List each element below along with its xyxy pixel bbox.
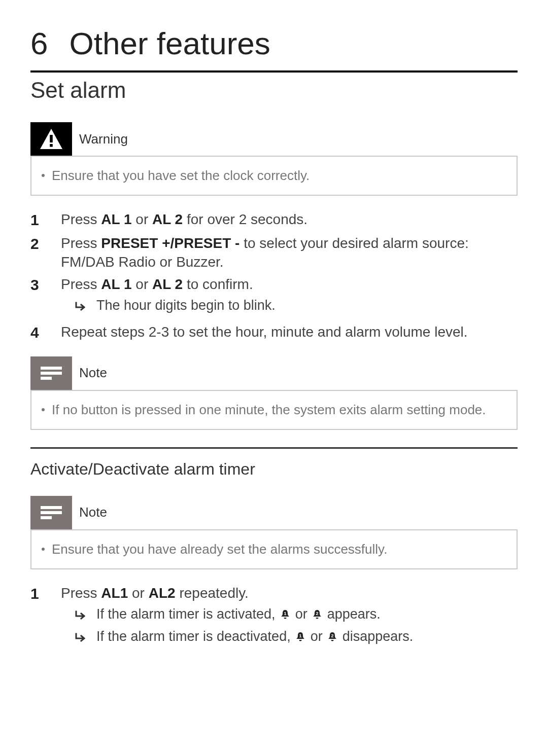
note-label: Note	[72, 356, 107, 390]
steps-set-alarm: 1 Press AL 1 or AL 2 for over 2 seconds.…	[30, 210, 518, 343]
step-3: 3 Press AL 1 or AL 2 to confirm. The hou…	[30, 275, 518, 317]
svg-text:2: 2	[316, 611, 319, 616]
note-icon	[30, 356, 72, 390]
result-text: If the alarm timer is activated,	[96, 606, 279, 622]
section-title-set-alarm: Set alarm	[30, 78, 518, 103]
step-text: Press	[61, 235, 101, 251]
step-text: Press	[61, 585, 101, 601]
svg-rect-7	[41, 511, 62, 514]
step-result-text: If the alarm timer is deactivated, 1 or …	[96, 627, 413, 647]
note-icon	[30, 496, 72, 529]
svg-rect-2	[50, 144, 53, 147]
result-text: or	[291, 606, 311, 622]
svg-rect-6	[41, 506, 62, 509]
note-callout-2: Note Ensure that you have already set th…	[30, 496, 518, 569]
warning-body-text: Ensure that you have set the clock corre…	[52, 168, 310, 184]
warning-icon	[30, 122, 72, 156]
step-bold: PRESET +/PRESET -	[101, 235, 239, 251]
step-4: 4 Repeat steps 2-3 to set the hour, minu…	[30, 322, 518, 343]
step-result: If the alarm timer is activated, 1 or 2 …	[75, 605, 518, 625]
step-text: or	[132, 276, 152, 292]
warning-callout: Warning Ensure that you have set the clo…	[30, 122, 518, 196]
svg-rect-4	[41, 372, 62, 375]
warning-label: Warning	[72, 122, 128, 156]
alarm-2-icon: 2	[312, 606, 322, 625]
step-text: or	[128, 585, 148, 601]
step-result: The hour digits begin to blink.	[75, 296, 518, 316]
step-number: 2	[30, 234, 42, 272]
step-text: to confirm.	[183, 276, 253, 292]
result-arrow-icon	[75, 629, 87, 647]
note-label: Note	[72, 496, 107, 529]
divider-thin	[30, 447, 518, 449]
alarm-1-icon: 1	[280, 606, 290, 625]
step-result-text: If the alarm timer is activated, 1 or 2 …	[96, 605, 381, 625]
svg-text:1: 1	[284, 611, 287, 616]
result-arrow-icon	[75, 607, 87, 625]
step-body: Press AL 1 or AL 2 to confirm. The hour …	[61, 275, 518, 317]
warning-head: Warning	[30, 122, 518, 156]
step-bold: AL 1	[101, 211, 131, 227]
step-text: Press	[61, 211, 101, 227]
step-number: 1	[30, 210, 42, 231]
result-text: If the alarm timer is deactivated,	[96, 629, 294, 644]
bullet-icon	[42, 174, 45, 177]
steps-activate: 1 Press AL1 or AL2 repeatedly. If the al…	[30, 584, 518, 649]
step-number: 4	[30, 322, 42, 343]
step-body: Press AL1 or AL2 repeatedly. If the alar…	[61, 584, 518, 649]
svg-text:2: 2	[331, 633, 334, 638]
divider-thick	[30, 70, 518, 73]
result-text: appears.	[323, 606, 381, 622]
step-bold: AL2	[149, 585, 176, 601]
step-result: If the alarm timer is deactivated, 1 or …	[75, 627, 518, 647]
step-body: Repeat steps 2-3 to set the hour, minute…	[61, 322, 518, 343]
alarm-1-icon: 1	[295, 629, 305, 647]
result-text: disappears.	[338, 629, 413, 644]
svg-text:1: 1	[299, 633, 302, 638]
step-text: Press	[61, 276, 101, 292]
result-arrow-icon	[75, 298, 87, 316]
alarm-2-icon: 2	[327, 629, 337, 647]
note-head: Note	[30, 356, 518, 390]
step-number: 3	[30, 275, 42, 317]
svg-rect-1	[50, 135, 53, 142]
note-body-text: If no button is pressed in one minute, t…	[52, 402, 486, 418]
note-callout-1: Note If no button is pressed in one minu…	[30, 356, 518, 430]
step-bold: AL 2	[152, 211, 183, 227]
step-1: 1 Press AL1 or AL2 repeatedly. If the al…	[30, 584, 518, 649]
bullet-icon	[42, 408, 45, 411]
note-body: Ensure that you have already set the ala…	[30, 529, 518, 569]
step-body: Press AL 1 or AL 2 for over 2 seconds.	[61, 210, 518, 231]
step-bold: AL 1	[101, 276, 131, 292]
step-1: 1 Press AL 1 or AL 2 for over 2 seconds.	[30, 210, 518, 231]
warning-body: Ensure that you have set the clock corre…	[30, 156, 518, 196]
step-bold: AL 2	[152, 276, 183, 292]
step-number: 1	[30, 584, 42, 649]
step-text: repeatedly.	[176, 585, 249, 601]
bullet-icon	[42, 548, 45, 551]
chapter-header: 6 Other features	[30, 25, 518, 61]
svg-rect-5	[41, 377, 52, 380]
result-text: or	[306, 629, 326, 644]
note-head: Note	[30, 496, 518, 529]
step-2: 2 Press PRESET +/PRESET - to select your…	[30, 234, 518, 272]
chapter-title: Other features	[69, 25, 270, 61]
step-bold: AL1	[101, 585, 128, 601]
step-text: or	[132, 211, 152, 227]
step-text: for over 2 seconds.	[183, 211, 307, 227]
svg-rect-3	[41, 367, 62, 370]
subsection-title-activate: Activate/Deactivate alarm timer	[30, 460, 518, 479]
svg-rect-8	[41, 516, 52, 519]
note-body: If no button is pressed in one minute, t…	[30, 390, 518, 430]
step-result-text: The hour digits begin to blink.	[96, 296, 276, 314]
chapter-number: 6	[30, 25, 48, 61]
note-body-text: Ensure that you have already set the ala…	[52, 542, 387, 557]
step-body: Press PRESET +/PRESET - to select your d…	[61, 234, 518, 272]
